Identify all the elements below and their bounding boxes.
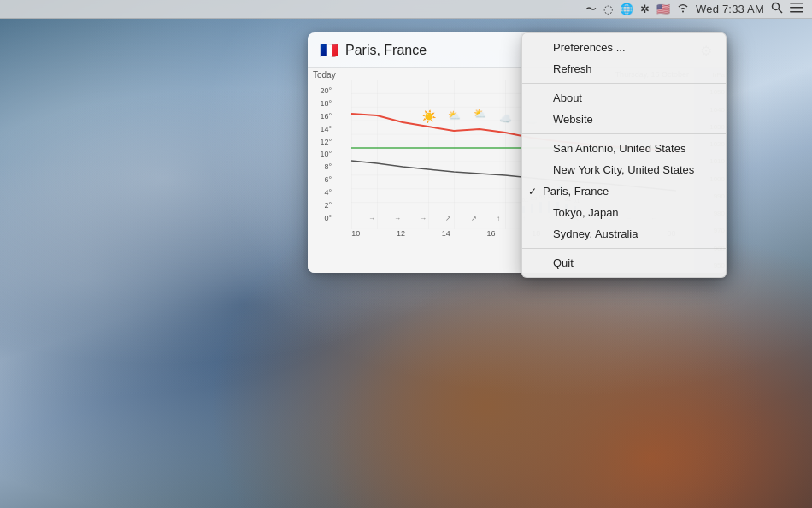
y-label-8: 8°	[309, 162, 332, 171]
y-label-10: 10°	[309, 150, 332, 158]
dropdown-menu: Preferences ... Refresh About Website Sa…	[521, 32, 727, 278]
x-label-14: 14	[442, 229, 450, 238]
svg-text:⛅: ⛅	[448, 109, 461, 121]
menubar-time: Wed 7:33 AM	[696, 3, 764, 15]
y-label-2: 2°	[309, 201, 332, 210]
widget-title-area: 🇫🇷 Paris, France	[320, 41, 427, 60]
wave-icon[interactable]: 〜	[585, 2, 597, 17]
menubar: 〜 ◌ 🌐 ✲ 🇺🇸 Wed 7:33 AM	[0, 0, 812, 19]
y-label-0: 0°	[309, 214, 332, 222]
svg-text:→: →	[394, 215, 401, 222]
wifi-icon[interactable]	[677, 3, 689, 15]
checkmark-website	[538, 114, 548, 126]
menu-item-paris[interactable]: ✓ Paris, France	[522, 180, 726, 202]
y-label-20: 20°	[309, 86, 332, 95]
flag-icon[interactable]: 🇺🇸	[656, 3, 670, 15]
separator-2	[522, 133, 726, 134]
svg-text:☁️: ☁️	[499, 112, 512, 125]
quit-label: Quit	[553, 257, 574, 269]
checkmark-refresh	[538, 63, 548, 75]
svg-text:☀️: ☀️	[421, 109, 437, 124]
y-label-18: 18°	[309, 99, 332, 108]
menu-item-about[interactable]: About	[522, 87, 726, 109]
sydney-label: Sydney, Australia	[553, 227, 638, 240]
y-label-12: 12°	[309, 138, 332, 146]
menu-item-tokyo[interactable]: Tokyo, Japan	[522, 202, 726, 223]
tokyo-label: Tokyo, Japan	[553, 206, 619, 219]
y-label-14: 14°	[309, 125, 332, 133]
refresh-label: Refresh	[553, 62, 592, 75]
website-label: Website	[553, 113, 593, 126]
checkmark-sydney	[538, 228, 548, 240]
menu-item-san-antonio[interactable]: San Antonio, United States	[522, 138, 726, 159]
separator-3	[522, 248, 726, 249]
y-label-6: 6°	[309, 175, 332, 184]
menu-item-preferences[interactable]: Preferences ...	[522, 37, 726, 58]
checkmark-new-york	[538, 164, 548, 176]
svg-rect-3	[790, 7, 803, 9]
svg-text:→: →	[368, 215, 375, 222]
menubar-right: 〜 ◌ 🌐 ✲ 🇺🇸 Wed 7:33 AM	[585, 2, 803, 17]
x-label-10: 10	[351, 229, 360, 238]
asterisk-icon[interactable]: ✲	[640, 3, 650, 15]
svg-text:↗: ↗	[471, 215, 477, 222]
menu-icon[interactable]	[790, 3, 803, 15]
preferences-label: Preferences ...	[553, 41, 626, 54]
checkmark-san-antonio	[538, 143, 548, 155]
x-label-16: 16	[487, 229, 496, 238]
x-label-12: 12	[397, 229, 405, 238]
globe-icon[interactable]: 🌐	[620, 3, 633, 15]
checkmark-paris: ✓	[527, 186, 538, 198]
france-flag-icon: 🇫🇷	[320, 41, 338, 60]
svg-text:→: →	[420, 215, 427, 222]
checkmark-quit	[538, 257, 548, 269]
menu-item-website[interactable]: Website	[522, 109, 726, 130]
new-york-label: New York City, United States	[553, 163, 694, 176]
y-label-4: 4°	[309, 188, 332, 197]
menu-item-quit[interactable]: Quit	[522, 252, 726, 274]
svg-line-1	[779, 9, 782, 13]
svg-text:⛅: ⛅	[474, 107, 486, 120]
date-today: Today	[313, 70, 336, 80]
paris-label: Paris, France	[543, 185, 609, 198]
separator-1	[522, 83, 726, 84]
menu-item-refresh[interactable]: Refresh	[522, 58, 726, 80]
svg-text:↑: ↑	[497, 215, 500, 222]
svg-rect-4	[790, 11, 803, 13]
search-icon[interactable]	[771, 2, 783, 16]
menu-item-sydney[interactable]: Sydney, Australia	[522, 223, 726, 245]
san-antonio-label: San Antonio, United States	[553, 142, 685, 155]
checkmark-about	[538, 92, 548, 104]
svg-rect-2	[790, 3, 803, 4]
menu-item-new-york[interactable]: New York City, United States	[522, 159, 726, 180]
widget-city-title: Paris, France	[345, 43, 427, 58]
about-label: About	[553, 92, 582, 104]
svg-text:↗: ↗	[445, 215, 451, 222]
checkmark-tokyo	[538, 207, 548, 219]
circle-icon[interactable]: ◌	[603, 3, 613, 15]
svg-point-0	[773, 3, 780, 10]
y-label-16: 16°	[309, 112, 332, 121]
checkmark-preferences	[538, 42, 548, 54]
